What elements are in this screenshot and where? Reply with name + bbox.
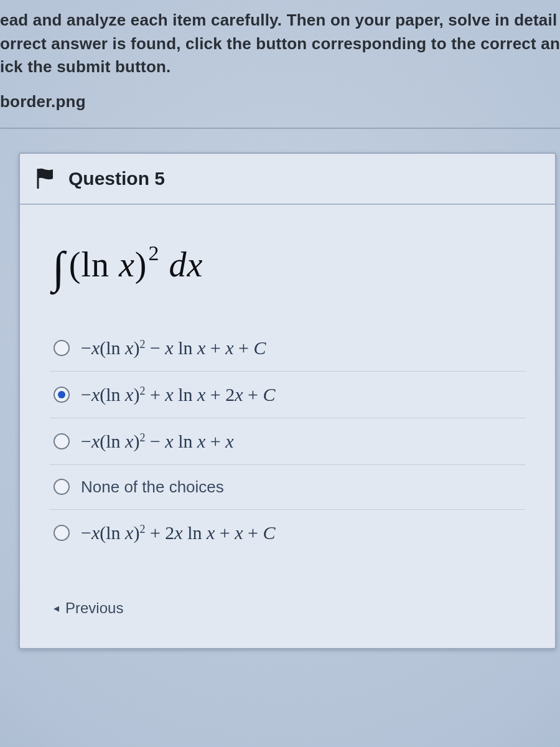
option-e[interactable]: −x(ln x)2 + 2x ln x + x + C (50, 509, 525, 556)
question-card: Question 5 ∫(ln x)2 dx −x(ln x)2 − x ln … (19, 153, 556, 649)
option-text: None of the choices (81, 477, 224, 497)
option-c[interactable]: −x(ln x)2 − x ln x + x (50, 418, 525, 464)
option-text: −x(ln x)2 + x ln x + 2x + C (81, 384, 276, 405)
option-d[interactable]: None of the choices (50, 464, 525, 509)
option-text: −x(ln x)2 − x ln x + x (81, 431, 234, 452)
option-b[interactable]: −x(ln x)2 + x ln x + 2x + C (50, 371, 525, 418)
question-title: Question 5 (68, 168, 165, 189)
broken-image-name: border.png (0, 90, 560, 114)
instruction-line: ick the submit button. (0, 55, 560, 79)
chevron-left-icon: ◂ (54, 601, 59, 615)
radio-icon[interactable] (54, 525, 70, 541)
question-prompt: ∫(ln x)2 dx (52, 236, 525, 288)
instruction-line: ead and analyze each item carefully. The… (0, 9, 560, 32)
radio-icon[interactable] (54, 479, 70, 495)
flag-icon[interactable] (36, 167, 55, 190)
radio-icon[interactable] (54, 340, 70, 356)
option-text: −x(ln x)2 − x ln x + x + C (81, 337, 266, 359)
options-list: −x(ln x)2 − x ln x + x + C −x(ln x)2 + x… (50, 325, 525, 556)
divider (0, 128, 560, 129)
previous-button[interactable]: ◂ Previous (54, 599, 123, 617)
question-footer: ◂ Previous (50, 599, 525, 617)
previous-label: Previous (65, 599, 123, 617)
radio-icon[interactable] (54, 387, 70, 403)
option-text: −x(ln x)2 + 2x ln x + x + C (81, 522, 276, 543)
radio-icon[interactable] (54, 433, 70, 449)
instruction-line: orrect answer is found, click the button… (0, 32, 560, 56)
instructions-block: ead and analyze each item carefully. The… (0, 0, 560, 121)
option-a[interactable]: −x(ln x)2 − x ln x + x + C (50, 325, 525, 371)
question-header: Question 5 (20, 154, 555, 205)
question-body: ∫(ln x)2 dx −x(ln x)2 − x ln x + x + C −… (20, 205, 555, 648)
